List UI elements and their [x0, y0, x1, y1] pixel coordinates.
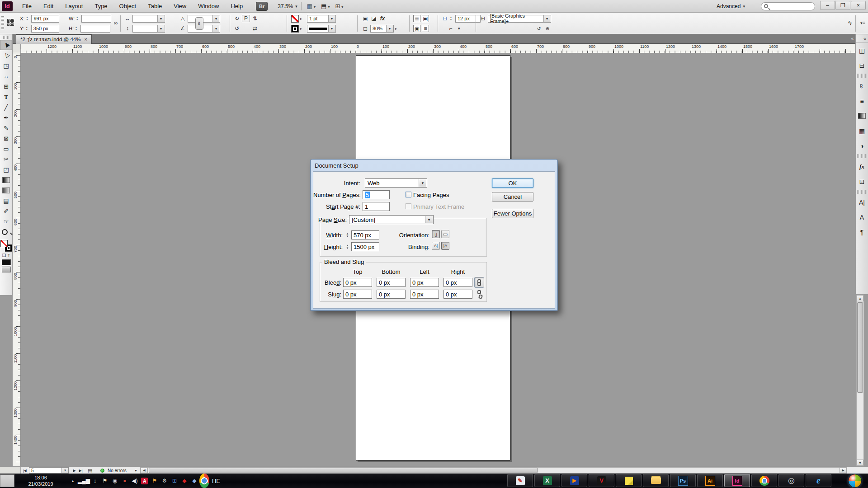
quick-apply-icon[interactable]: ϟ: [846, 19, 854, 27]
opacity-flyout-icon[interactable]: ▸: [395, 27, 397, 31]
slug-bottom-field[interactable]: 0 px: [377, 290, 406, 299]
h-stepper[interactable]: ▲▼: [75, 26, 79, 31]
tray-utility-icon[interactable]: ●: [120, 474, 130, 488]
note-tool[interactable]: ▤: [0, 196, 12, 206]
dialog-title[interactable]: Document Setup: [311, 160, 557, 171]
selection-tool[interactable]: ▶: [0, 40, 12, 50]
scroll-left-icon[interactable]: ◀: [141, 468, 148, 473]
wrap-jump-button[interactable]: ≡: [422, 25, 429, 32]
ok-button[interactable]: OK: [492, 178, 533, 188]
taskbar-chrome[interactable]: [751, 474, 777, 487]
gradient-feather-icon[interactable]: ◪: [370, 15, 377, 22]
slug-right-field[interactable]: 0 px: [443, 290, 472, 299]
gradient-panel-icon[interactable]: [856, 108, 868, 123]
links-panel-icon[interactable]: ∞: [854, 80, 868, 92]
tray-network-icon[interactable]: ▂▄▆: [78, 474, 90, 488]
frame-fitting-icon[interactable]: ⊡: [441, 15, 448, 22]
gradient-swatch-tool[interactable]: [0, 175, 12, 185]
menu-file[interactable]: File: [16, 0, 38, 12]
h-field[interactable]: [80, 25, 110, 33]
taskbar-illustrator[interactable]: Ai: [697, 474, 723, 487]
menu-help[interactable]: Help: [225, 0, 249, 12]
start-button[interactable]: [844, 474, 865, 488]
slug-broken-link-icon[interactable]: [474, 289, 484, 300]
start-page-field[interactable]: 1: [363, 202, 390, 211]
rotate-cw-icon[interactable]: ↻: [233, 15, 241, 22]
effects-panel-icon[interactable]: fx: [856, 159, 868, 174]
workspace-chevron-icon[interactable]: ▾: [743, 4, 745, 9]
rotate-ccw-icon[interactable]: ↺: [233, 25, 241, 32]
menu-table[interactable]: Table: [142, 0, 168, 12]
corner-shape-icon[interactable]: ⌐: [447, 25, 454, 32]
corner-radius-stepper[interactable]: ▲▼: [450, 16, 454, 21]
fewer-options-button[interactable]: Fewer Options: [492, 209, 533, 218]
apply-color-button[interactable]: [2, 259, 11, 265]
color-panel-icon[interactable]: ◑: [856, 138, 868, 153]
stroke-color-swatch[interactable]: [291, 15, 299, 23]
scroll-down-icon[interactable]: ▼: [857, 460, 863, 466]
panel-menu-icon[interactable]: ▾≡: [858, 20, 865, 25]
taskbar-utility[interactable]: ◎: [778, 474, 804, 487]
fill-color-swatch[interactable]: [291, 25, 299, 33]
constrain-scale-link-button[interactable]: ∞: [195, 17, 203, 30]
slug-left-field[interactable]: 0 px: [410, 290, 439, 299]
rectangle-tool[interactable]: ▭: [0, 144, 12, 154]
w-stepper[interactable]: ▲▼: [76, 16, 80, 21]
character-styles-panel-icon[interactable]: A: [856, 210, 868, 225]
page-size-combo[interactable]: [Custom]: [349, 215, 434, 224]
wrap-bounding-box-button[interactable]: ▣: [422, 15, 429, 22]
horizontal-scrollbar[interactable]: ◀ ▶: [140, 467, 847, 474]
pencil-tool[interactable]: ✎: [0, 123, 12, 133]
zoom-level-chevron-icon[interactable]: ▾: [295, 4, 297, 9]
page-tool[interactable]: ◳: [0, 61, 12, 71]
eyedropper-tool[interactable]: ✐: [0, 206, 12, 216]
formatting-affects-container-icon[interactable]: ❑: [2, 253, 6, 258]
slug-top-field[interactable]: 0 px: [343, 290, 372, 299]
constrain-proportions-icon[interactable]: ∞: [112, 20, 119, 26]
zoom-level[interactable]: 37.5%: [278, 3, 293, 9]
taskbar-photoshop[interactable]: Ps: [670, 474, 696, 487]
height-stepper[interactable]: ▲▼: [345, 242, 350, 251]
zoom-tool[interactable]: [0, 227, 12, 237]
line-tool[interactable]: ╱: [0, 102, 12, 113]
tray-satellite-icon[interactable]: ◉: [110, 474, 120, 488]
next-page-button[interactable]: ▶: [71, 467, 77, 474]
taskbar-indesign[interactable]: Id: [724, 474, 750, 487]
x-field[interactable]: 991 px: [31, 15, 59, 23]
menu-layout[interactable]: Layout: [59, 0, 89, 12]
gap-tool[interactable]: ↔: [0, 71, 12, 81]
facing-pages-checkbox[interactable]: [406, 192, 411, 197]
pen-tool[interactable]: ✒: [0, 113, 12, 123]
binding-rtl-button[interactable]: |A: [441, 242, 449, 250]
new-style-icon[interactable]: ⊕: [544, 26, 551, 31]
scale-y-combo[interactable]: [132, 25, 165, 33]
taskbar-media-player[interactable]: ▶: [561, 474, 587, 487]
shear-combo[interactable]: [188, 25, 220, 33]
hand-tool[interactable]: ☞: [0, 216, 12, 227]
tray-usb-icon[interactable]: ↨: [90, 474, 100, 488]
stroke-style-combo[interactable]: [307, 25, 336, 33]
rectangle-frame-tool[interactable]: ⊠: [0, 133, 12, 144]
workspace-switcher[interactable]: Advanced: [717, 3, 741, 9]
taskbar-paint[interactable]: ✎: [507, 474, 533, 487]
orientation-landscape-button[interactable]: ▭: [441, 230, 449, 238]
page-number-combo[interactable]: 5: [29, 467, 69, 474]
menu-edit[interactable]: Edit: [38, 0, 59, 12]
dock-header[interactable]: «: [856, 34, 868, 43]
tray-shield-icon[interactable]: ◆: [179, 474, 189, 488]
view-options-button[interactable]: ▦: [305, 2, 317, 10]
bleed-link-icon[interactable]: [474, 277, 484, 288]
character-panel-icon[interactable]: A|: [856, 195, 868, 210]
content-collector-tool[interactable]: ⊞: [0, 81, 12, 92]
show-desktop-button[interactable]: [0, 474, 14, 487]
tray-gear-icon[interactable]: ⚙: [160, 474, 170, 488]
document-tab[interactable]: *2 מעצבים לך.indd @ 44% ×: [16, 34, 92, 44]
tray-language-warning-icon[interactable]: ⚑: [100, 474, 110, 488]
y-field[interactable]: 350 px: [31, 25, 59, 33]
fill-none-swatch[interactable]: [0, 240, 8, 247]
opacity-icon[interactable]: ▣: [362, 15, 369, 22]
flip-horizontal-icon[interactable]: ⇄: [251, 25, 259, 32]
w-field[interactable]: [81, 15, 111, 23]
taskbar-excel[interactable]: X: [534, 474, 560, 487]
direct-selection-tool[interactable]: ▷: [0, 50, 12, 61]
